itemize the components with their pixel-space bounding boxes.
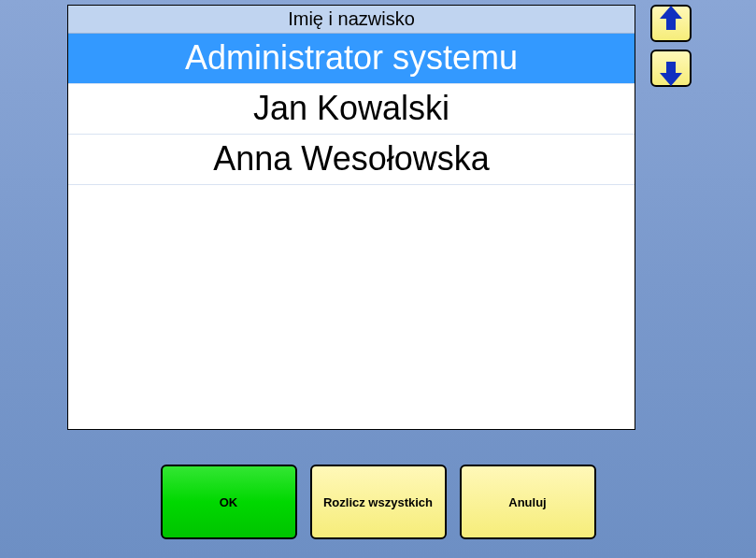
list-item[interactable]: Anna Wesołowska xyxy=(68,135,635,185)
list-item[interactable]: Administrator systemu xyxy=(68,34,635,84)
button-bar: OK Rozlicz wszystkich Anuluj xyxy=(0,465,756,539)
settle-all-button[interactable]: Rozlicz wszystkich xyxy=(310,465,447,539)
list-panel: Imię i nazwisko Administrator systemu Ja… xyxy=(67,5,692,430)
ok-button[interactable]: OK xyxy=(161,465,297,539)
list-column-header[interactable]: Imię i nazwisko xyxy=(68,6,635,34)
arrow-up-icon xyxy=(666,17,676,30)
scroll-down-button[interactable] xyxy=(650,50,692,87)
cancel-button[interactable]: Anuluj xyxy=(460,465,596,539)
list-body: Administrator systemu Jan Kowalski Anna … xyxy=(68,34,635,185)
scroll-up-button[interactable] xyxy=(650,5,692,42)
user-list-container: Imię i nazwisko Administrator systemu Ja… xyxy=(67,5,635,430)
arrow-down-icon xyxy=(666,62,676,75)
list-item[interactable]: Jan Kowalski xyxy=(68,84,635,135)
